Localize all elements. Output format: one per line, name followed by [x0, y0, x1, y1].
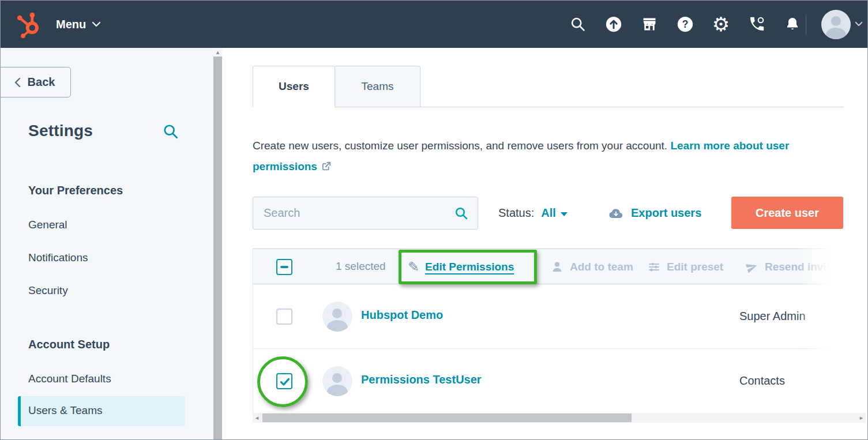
notifications-icon[interactable] — [784, 16, 801, 33]
hubspot-logo-icon[interactable] — [16, 10, 43, 38]
top-navbar: Menu ? ⚙︎ — [1, 1, 867, 48]
user-role: Contacts — [739, 374, 785, 388]
avatar-head-shape — [831, 16, 841, 26]
tab-users[interactable]: Users — [253, 66, 335, 107]
sidebar-item-notifications[interactable]: Notifications — [28, 251, 88, 264]
chevron-down-icon — [92, 21, 101, 27]
table-row-permissions-testuser: Permissions TestUser Contacts — [253, 349, 844, 413]
account-avatar[interactable] — [821, 10, 851, 39]
caret-down-icon — [561, 212, 568, 216]
checkmark-icon — [278, 375, 292, 389]
avatar-head-shape — [332, 373, 342, 383]
row-checkbox-checked[interactable] — [276, 373, 292, 389]
cloud-download-icon — [608, 205, 624, 221]
section-header-your-preferences: Your Preferences — [28, 184, 123, 197]
status-label: Status: — [498, 206, 534, 220]
settings-icon[interactable]: ⚙︎ — [712, 16, 730, 33]
status-dropdown[interactable]: All — [541, 206, 568, 220]
table-horizontal-scrollbar: ◂ ▸ — [253, 413, 866, 423]
sliders-icon — [647, 260, 661, 274]
back-button[interactable]: Back — [0, 67, 71, 97]
tab-bar: Users Teams — [253, 66, 420, 107]
calling-icon[interactable] — [748, 16, 765, 33]
user-role: Super Admin — [739, 310, 806, 323]
section-header-account-setup: Account Setup — [28, 338, 110, 351]
resend-invite-label: Resend invite — [765, 261, 836, 273]
vertical-scrollbar-thumb[interactable] — [213, 57, 222, 440]
sidebar-item-label: Users & Teams — [28, 404, 102, 417]
navbar-icon-group: ? ⚙︎ — [569, 1, 801, 48]
back-label: Back — [28, 76, 55, 89]
users-teams-main-panel: Users Teams Create new users, customize … — [223, 48, 868, 440]
sidebar-search-icon[interactable] — [163, 123, 179, 140]
marketplace-icon[interactable] — [641, 16, 658, 33]
indeterminate-mark — [280, 266, 288, 268]
hubspot-settings-window: Menu ? ⚙︎ — [0, 0, 868, 440]
user-avatar — [322, 366, 352, 396]
scroll-up-arrow[interactable]: ▴ — [213, 48, 223, 57]
resend-invite-action[interactable]: Resend invite — [745, 249, 836, 285]
upgrade-icon[interactable] — [605, 16, 622, 33]
table-row-hubspot-demo: Hubspot Demo Super Admin — [253, 284, 844, 349]
pencil-icon: ✎ — [408, 260, 419, 274]
create-user-button[interactable]: Create user — [731, 197, 843, 229]
scroll-right-arrow[interactable]: ▸ — [857, 413, 866, 423]
help-icon[interactable]: ? — [677, 16, 694, 33]
user-name-link[interactable]: Hubspot Demo — [361, 309, 443, 322]
active-item-indicator-bar — [18, 396, 21, 426]
paper-plane-icon — [743, 258, 761, 276]
menu-button[interactable]: Menu — [56, 1, 101, 48]
account-chevron-down-icon[interactable] — [855, 21, 863, 27]
export-users-button[interactable]: Export users — [608, 197, 701, 230]
sidebar-title: Settings — [28, 122, 93, 140]
user-avatar — [322, 302, 352, 332]
navbar-divider — [806, 14, 806, 35]
user-search-field — [253, 197, 478, 230]
row-checkbox-unchecked[interactable] — [276, 309, 292, 325]
avatar-bust-shape — [327, 320, 348, 332]
search-submit-icon[interactable] — [454, 206, 468, 220]
svg-text:?: ? — [682, 18, 689, 30]
person-icon — [550, 260, 564, 274]
settings-sidebar: Back Settings Your Preferences General N… — [1, 48, 213, 440]
sidebar-vertical-scrollbar: ▴ — [213, 48, 223, 440]
search-icon[interactable] — [569, 16, 587, 33]
sidebar-item-general[interactable]: General — [28, 219, 67, 231]
add-to-team-action[interactable]: Add to team — [550, 249, 633, 285]
tab-teams[interactable]: Teams — [335, 66, 420, 107]
avatar-bust-shape — [327, 385, 348, 396]
select-all-checkbox[interactable] — [276, 259, 292, 275]
edit-permissions-action[interactable]: ✎ Edit Permissions — [408, 249, 514, 285]
edit-preset-action[interactable]: Edit preset — [647, 249, 723, 285]
page-description: Create new users, customize user permiss… — [253, 136, 807, 177]
scroll-left-arrow[interactable]: ◂ — [253, 413, 261, 423]
user-name-link[interactable]: Permissions TestUser — [361, 373, 482, 386]
external-link-icon — [321, 160, 332, 172]
export-users-label: Export users — [631, 206, 701, 220]
status-filter: Status: All — [498, 197, 568, 230]
sidebar-item-users-and-teams[interactable]: Users & Teams — [18, 396, 185, 426]
table-bulk-action-header: 1 selected ✎ Edit Permissions Add to tea… — [253, 249, 844, 284]
horizontal-scrollbar-thumb[interactable] — [262, 413, 632, 422]
sidebar-item-account-defaults[interactable]: Account Defaults — [28, 373, 111, 385]
users-table: 1 selected ✎ Edit Permissions Add to tea… — [253, 249, 844, 413]
search-input[interactable] — [264, 197, 448, 229]
avatar-head-shape — [332, 309, 342, 318]
menu-label: Menu — [56, 18, 86, 31]
add-to-team-label: Add to team — [570, 261, 633, 273]
avatar-bust-shape — [826, 28, 846, 39]
sidebar-item-security[interactable]: Security — [28, 284, 68, 297]
status-selected-value: All — [541, 206, 556, 220]
edit-preset-label: Edit preset — [667, 261, 723, 273]
edit-permissions-label: Edit Permissions — [425, 261, 514, 273]
description-text: Create new users, customize user permiss… — [253, 140, 670, 152]
chevron-left-icon — [14, 77, 21, 88]
selected-count: 1 selected — [336, 260, 386, 273]
